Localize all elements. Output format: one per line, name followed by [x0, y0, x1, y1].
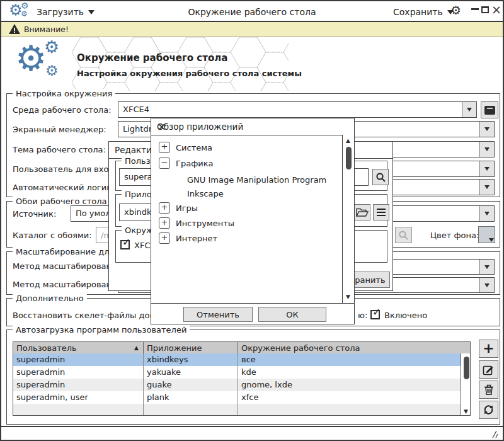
edit-env-xfce4-checkbox[interactable]: ✓: [120, 240, 130, 249]
sort-asc-icon: ▲: [134, 345, 139, 351]
bg-color-label: Цвет фона:: [430, 231, 479, 240]
enabled-label: Включено: [384, 311, 427, 320]
desktop-theme-dropdown-button[interactable]: [479, 142, 494, 157]
dialog-close-icon[interactable]: ×: [157, 120, 349, 133]
scaling-method1-dropdown-button[interactable]: [479, 260, 494, 274]
table-row[interactable]: superadmin yakuake kde: [13, 366, 461, 379]
chevron-down-icon: [467, 108, 472, 112]
scroll-up-icon[interactable]: ▲: [346, 138, 350, 144]
refresh-autostart-button[interactable]: [479, 401, 498, 419]
tree-item-label[interactable]: Игры: [176, 203, 198, 213]
chevron-down-icon: [484, 147, 490, 151]
cell-empty: [13, 404, 144, 416]
header-gear-top-icon: ⚙: [44, 38, 59, 55]
cell-app: guake: [144, 379, 238, 391]
desktop-env-dropdown-button[interactable]: [462, 102, 476, 117]
column-header-user-label: Пользователь: [16, 343, 77, 353]
table-row[interactable]: superadmin, user plank xfce: [13, 391, 461, 404]
tree-item-grafika[interactable]: − Графика: [159, 158, 214, 169]
tree-item-gimp[interactable]: GNU Image Manipulation Program: [187, 175, 326, 185]
table-row-empty: [13, 404, 461, 416]
cell-empty: [238, 404, 461, 416]
autostart-table: Пользователь ▲ Приложение Окружение рабо…: [13, 341, 471, 416]
scaling-method2-dropdown-button[interactable]: [479, 278, 494, 292]
tree-scrollbar[interactable]: ▲ ▼: [342, 135, 354, 303]
collapse-minus-icon[interactable]: −: [159, 158, 170, 169]
environment-group-legend: Настройка окружения: [13, 89, 115, 98]
chevron-down-icon: [484, 212, 490, 215]
minimize-button[interactable]: [471, 8, 479, 10]
resize-grip[interactable]: [486, 430, 499, 439]
save-button[interactable]: Сохранить: [393, 6, 454, 18]
column-header-env[interactable]: Окружение рабочего стола: [238, 342, 471, 353]
cancel-button[interactable]: Отменить: [183, 307, 253, 322]
tree-item-label[interactable]: Графика: [176, 159, 214, 168]
chevron-down-icon: [489, 238, 494, 242]
magnifier-icon: [375, 172, 386, 183]
expand-plus-icon[interactable]: +: [159, 232, 170, 244]
desktop-theme-label: Тема рабочего стола:: [13, 145, 106, 154]
archive-box-icon: [484, 106, 495, 115]
bg-color-picker[interactable]: [478, 226, 495, 243]
header-gear-big-icon: ⚙: [15, 41, 47, 76]
wallpaper-source-dropdown-button[interactable]: [479, 206, 494, 221]
save-button-label: Сохранить: [393, 7, 443, 17]
login-user-dropdown-button[interactable]: [479, 161, 494, 176]
cell-app: yakuake: [144, 366, 238, 379]
column-header-user[interactable]: Пользователь ▲: [13, 342, 144, 353]
settings-gear-button[interactable]: ⚙: [450, 4, 461, 16]
ok-button[interactable]: ОК: [258, 307, 326, 322]
plus-icon: +: [483, 340, 494, 356]
scroll-down-icon[interactable]: ▼: [464, 409, 468, 415]
tree-item-igry[interactable]: + Игры: [159, 202, 198, 214]
tree-item-sistema[interactable]: + Система: [159, 142, 212, 153]
maximize-button[interactable]: [481, 6, 489, 13]
tree-item-label[interactable]: Инструменты: [176, 219, 234, 228]
edit-app-menu-button[interactable]: [373, 204, 389, 220]
hexagon-pattern-decoration: [72, 37, 289, 91]
edit-app-browse-button[interactable]: [353, 204, 370, 220]
desktop-env-value: XFCE4: [123, 105, 149, 114]
table-row[interactable]: superadmin guake gnome, lxde: [13, 379, 461, 391]
expand-plus-icon[interactable]: +: [159, 142, 170, 153]
scrollbar-thumb[interactable]: [346, 147, 352, 169]
tree-item-instrumenty[interactable]: + Инструменты: [159, 217, 234, 229]
tree-item-internet[interactable]: + Интернет: [159, 232, 217, 244]
cell-env: xfce: [238, 391, 461, 404]
app-header: ⚙ ⚙ ⚙ Окружение рабочего стола Настройка…: [1, 37, 503, 91]
tree-item-label[interactable]: Система: [176, 143, 212, 152]
trash-icon: [483, 384, 495, 396]
cell-env: kde: [238, 366, 461, 379]
browser-dialog-titlebar: Обзор приложений ×: [151, 118, 354, 135]
header-gear-bottom-icon: ⚙: [45, 64, 59, 78]
desktop-env-combobox[interactable]: XFCE4: [118, 101, 477, 118]
tree-item-inkscape[interactable]: Inkscape: [187, 189, 224, 198]
enabled-checkbox[interactable]: ✓: [370, 310, 380, 319]
wallpaper-dir-search-button[interactable]: [395, 227, 412, 243]
cell-app: plank: [144, 391, 238, 404]
edit-user-search-button[interactable]: [372, 169, 389, 185]
column-header-app[interactable]: Приложение: [144, 342, 238, 353]
tree-item-label[interactable]: Интернет: [176, 234, 217, 243]
expand-plus-icon[interactable]: +: [159, 202, 170, 214]
autologin-dropdown-button[interactable]: [479, 180, 494, 195]
cell-env: gnome, lxde: [238, 379, 461, 391]
chevron-down-icon: [484, 284, 490, 287]
scrollbar-thumb[interactable]: [464, 357, 469, 379]
desktop-env-label: Среда рабочего стола:: [13, 105, 112, 115]
scroll-down-icon[interactable]: ▼: [346, 294, 350, 300]
table-row[interactable]: superadmin xbindkeys все: [13, 353, 461, 366]
wallpaper-group-legend: Обои рабочего стола: [13, 197, 110, 206]
wallpaper-source-label: Источник:: [13, 209, 56, 219]
scaling-method2-label: Метод масштабирования: [13, 280, 122, 289]
edit-pencil-icon: [483, 364, 495, 375]
delete-autostart-button[interactable]: [479, 381, 498, 399]
add-autostart-button[interactable]: +: [479, 340, 498, 358]
close-button[interactable]: ×: [491, 3, 501, 16]
app-browser-dialog: Обзор приложений × + Система − Графика G…: [151, 118, 355, 324]
expand-plus-icon[interactable]: +: [159, 217, 170, 229]
display-manager-dropdown-button[interactable]: [479, 122, 494, 137]
desktop-env-packages-button[interactable]: [481, 101, 498, 118]
edit-autostart-button[interactable]: [479, 360, 498, 379]
table-scrollbar[interactable]: ▼: [461, 353, 471, 416]
